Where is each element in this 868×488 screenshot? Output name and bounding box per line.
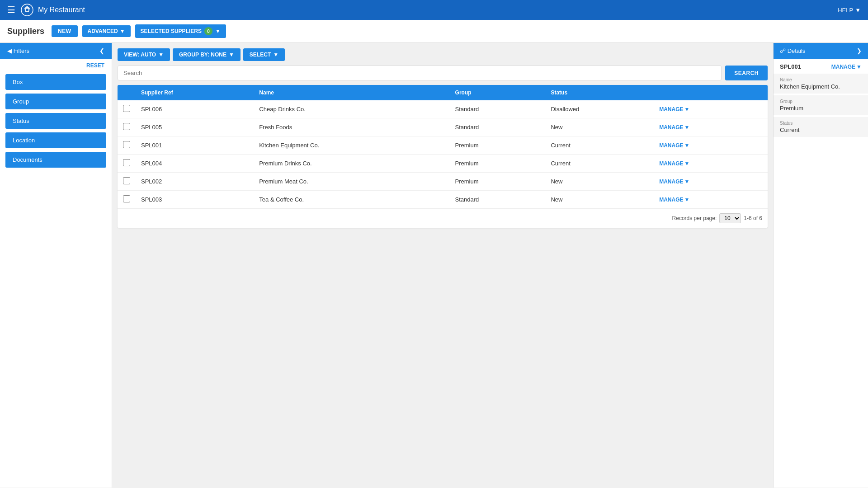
row-checkbox-cell bbox=[118, 118, 136, 136]
per-page-select[interactable]: 10 bbox=[719, 213, 741, 223]
records-per-page-label: Records per page: bbox=[672, 215, 717, 221]
select-button[interactable]: SELECT ▼ bbox=[243, 48, 285, 61]
row-group: Premium bbox=[450, 155, 546, 173]
row-manage-cell: MANAGE ▼ bbox=[654, 191, 768, 209]
chevron-down-icon: ▼ bbox=[273, 52, 278, 58]
manage-chevron-3[interactable]: ▼ bbox=[684, 160, 690, 167]
filter-item-location[interactable]: Location bbox=[5, 132, 106, 148]
filter-item-box[interactable]: Box bbox=[5, 74, 106, 90]
row-name: Kitchen Equipment Co. bbox=[254, 136, 449, 155]
row-checkbox-5[interactable] bbox=[123, 195, 130, 202]
row-name: Premium Drinks Co. bbox=[254, 155, 449, 173]
row-manage-cell: MANAGE ▼ bbox=[654, 173, 768, 191]
row-ref: SPL002 bbox=[136, 173, 254, 191]
pagination-info: 1-6 of 6 bbox=[744, 215, 762, 221]
manage-button-0[interactable]: MANAGE bbox=[659, 106, 683, 113]
filter-item-status[interactable]: Status bbox=[5, 113, 106, 129]
row-checkbox-0[interactable] bbox=[123, 105, 130, 112]
col-status: Status bbox=[545, 85, 654, 100]
row-group: Standard bbox=[450, 100, 546, 118]
new-button[interactable]: NEW bbox=[52, 25, 78, 37]
row-checkbox-2[interactable] bbox=[123, 141, 130, 148]
manage-button-2[interactable]: MANAGE bbox=[659, 142, 683, 149]
row-name: Fresh Foods bbox=[254, 118, 449, 136]
group-by-button[interactable]: GROUP BY: NONE ▼ bbox=[173, 48, 241, 61]
detail-field-name: Name Kitchen Equipment Co. bbox=[774, 74, 868, 94]
filter-item-group[interactable]: Group bbox=[5, 94, 106, 109]
search-button[interactable]: SEARCH bbox=[725, 66, 768, 80]
panel-ref-row: SPL001 MANAGE ▼ bbox=[774, 59, 868, 73]
row-status: New bbox=[545, 173, 654, 191]
chevron-down-icon: ▼ bbox=[856, 64, 862, 70]
row-manage-cell: MANAGE ▼ bbox=[654, 136, 768, 155]
table-row: SPL002 Premium Meat Co. Premium New MANA… bbox=[118, 173, 768, 191]
search-input[interactable] bbox=[118, 66, 722, 80]
view-button[interactable]: VIEW: AUTO ▼ bbox=[118, 48, 170, 61]
manage-chevron-4[interactable]: ▼ bbox=[684, 178, 690, 185]
row-checkbox-cell bbox=[118, 136, 136, 155]
row-group: Standard bbox=[450, 191, 546, 209]
manage-button-5[interactable]: MANAGE bbox=[659, 197, 683, 203]
row-ref: SPL001 bbox=[136, 136, 254, 155]
row-group: Premium bbox=[450, 136, 546, 155]
details-icon: ☍ bbox=[780, 47, 788, 54]
filters-header: ◀ Filters ❮ bbox=[0, 43, 112, 59]
table-header-row: Supplier Ref Name Group Status bbox=[118, 85, 768, 100]
row-group: Premium bbox=[450, 173, 546, 191]
select-all-column bbox=[118, 85, 136, 100]
filter-item-documents[interactable]: Documents bbox=[5, 152, 106, 168]
row-manage-cell: MANAGE ▼ bbox=[654, 118, 768, 136]
chevron-down-icon: ▼ bbox=[229, 52, 234, 58]
chevron-down-icon: ▼ bbox=[120, 28, 125, 34]
manage-button-1[interactable]: MANAGE bbox=[659, 124, 683, 131]
main-layout: ◀ Filters ❮ RESET Box Group Status Locat… bbox=[0, 43, 868, 488]
manage-button-3[interactable]: MANAGE bbox=[659, 160, 683, 167]
svg-point-2 bbox=[26, 9, 28, 11]
collapse-icon[interactable]: ❮ bbox=[99, 47, 104, 54]
panel-manage-button[interactable]: MANAGE ▼ bbox=[831, 64, 862, 70]
table-row: SPL004 Premium Drinks Co. Premium Curren… bbox=[118, 155, 768, 173]
manage-button-4[interactable]: MANAGE bbox=[659, 178, 683, 185]
table-row: SPL006 Cheap Drinks Co. Standard Disallo… bbox=[118, 100, 768, 118]
advanced-button[interactable]: ADVANCED ▼ bbox=[82, 25, 131, 37]
row-ref: SPL003 bbox=[136, 191, 254, 209]
help-button[interactable]: HELP ▼ bbox=[838, 7, 861, 14]
row-checkbox-cell bbox=[118, 155, 136, 173]
row-checkbox-cell bbox=[118, 100, 136, 118]
left-sidebar: ◀ Filters ❮ RESET Box Group Status Locat… bbox=[0, 43, 112, 488]
row-ref: SPL005 bbox=[136, 118, 254, 136]
row-status: New bbox=[545, 191, 654, 209]
row-manage-cell: MANAGE ▼ bbox=[654, 100, 768, 118]
reset-button[interactable]: RESET bbox=[0, 59, 112, 72]
details-panel-header: ☍ Details ❯ bbox=[774, 43, 868, 59]
row-status: Current bbox=[545, 155, 654, 173]
row-name: Cheap Drinks Co. bbox=[254, 100, 449, 118]
chevron-down-icon: ▼ bbox=[215, 28, 221, 34]
detail-field-group: Group Premium bbox=[774, 95, 868, 115]
main-content: VIEW: AUTO ▼ GROUP BY: NONE ▼ SELECT ▼ S… bbox=[112, 43, 773, 488]
selected-suppliers-button[interactable]: SELECTED SUPPLIERS 0 ▼ bbox=[135, 24, 226, 38]
table-row: SPL003 Tea & Coffee Co. Standard New MAN… bbox=[118, 191, 768, 209]
manage-chevron-0[interactable]: ▼ bbox=[684, 106, 690, 113]
row-checkbox-1[interactable] bbox=[123, 123, 130, 130]
manage-chevron-1[interactable]: ▼ bbox=[684, 124, 690, 131]
suppliers-table: Supplier Ref Name Group Status bbox=[118, 85, 768, 228]
selected-count-badge: 0 bbox=[204, 27, 212, 35]
row-checkbox-3[interactable] bbox=[123, 159, 130, 166]
filter-icon: ◀ bbox=[7, 47, 14, 54]
expand-icon[interactable]: ❯ bbox=[857, 47, 862, 54]
page-title: Suppliers bbox=[7, 27, 44, 36]
manage-chevron-2[interactable]: ▼ bbox=[684, 142, 690, 149]
col-name: Name bbox=[254, 85, 449, 100]
hamburger-icon[interactable]: ☰ bbox=[7, 5, 15, 15]
col-group: Group bbox=[450, 85, 546, 100]
top-nav: ☰ My Restaurant HELP ▼ bbox=[0, 0, 868, 20]
manage-chevron-5[interactable]: ▼ bbox=[684, 197, 690, 203]
row-group: Standard bbox=[450, 118, 546, 136]
table-row: SPL005 Fresh Foods Standard New MANAGE ▼ bbox=[118, 118, 768, 136]
row-checkbox-4[interactable] bbox=[123, 177, 130, 184]
row-name: Tea & Coffee Co. bbox=[254, 191, 449, 209]
page-header: Suppliers NEW ADVANCED ▼ SELECTED SUPPLI… bbox=[0, 20, 868, 43]
pagination-row: Records per page: 10 1-6 of 6 bbox=[118, 209, 768, 228]
chevron-down-icon: ▼ bbox=[855, 7, 861, 14]
